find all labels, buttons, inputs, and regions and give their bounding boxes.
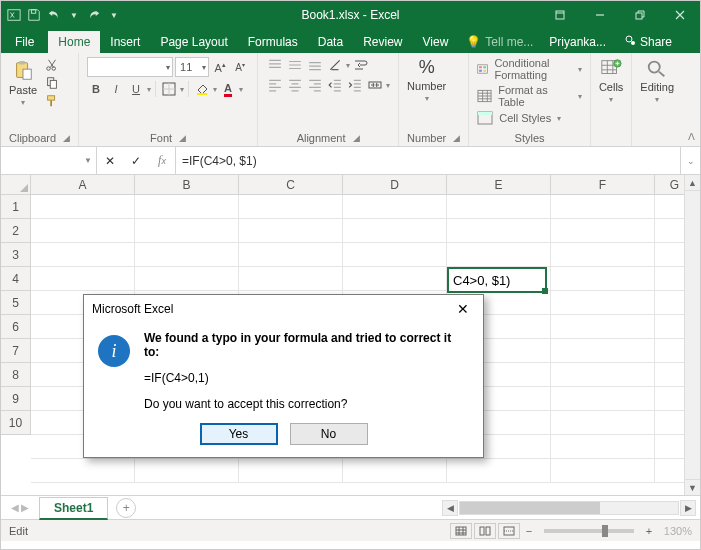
- row-header[interactable]: 9: [1, 387, 31, 411]
- signed-in-user[interactable]: Priyanka...: [541, 31, 614, 53]
- decrease-indent-button[interactable]: [326, 77, 344, 93]
- align-right-button[interactable]: [306, 77, 324, 93]
- zoom-slider-thumb[interactable]: [602, 525, 608, 537]
- column-headers[interactable]: A B C D E F G: [31, 175, 700, 195]
- expand-formula-bar-button[interactable]: ⌄: [680, 147, 700, 174]
- undo-icon[interactable]: [47, 8, 61, 22]
- editing-button[interactable]: Editing ▾: [640, 57, 674, 104]
- restore-button[interactable]: [620, 1, 660, 29]
- enter-formula-icon[interactable]: ✓: [123, 154, 149, 168]
- col-header[interactable]: A: [31, 175, 135, 195]
- horizontal-scrollbar[interactable]: [459, 501, 679, 515]
- align-left-button[interactable]: [266, 77, 284, 93]
- row-header[interactable]: 5: [1, 291, 31, 315]
- cancel-formula-icon[interactable]: ✕: [97, 154, 123, 168]
- page-break-view-button[interactable]: [498, 523, 520, 539]
- vertical-scrollbar[interactable]: ▲ ▼: [684, 175, 700, 495]
- dialog-launcher-icon[interactable]: ◢: [179, 133, 186, 143]
- active-cell-e4[interactable]: C4>0, $1): [447, 267, 547, 293]
- qat-customize-icon[interactable]: ▼: [107, 8, 121, 22]
- row-header[interactable]: 6: [1, 315, 31, 339]
- row-header[interactable]: 3: [1, 243, 31, 267]
- tab-formulas[interactable]: Formulas: [238, 31, 308, 53]
- dialog-no-button[interactable]: No: [290, 423, 368, 445]
- tab-insert[interactable]: Insert: [100, 31, 150, 53]
- tab-page-layout[interactable]: Page Layout: [150, 31, 237, 53]
- font-size-select[interactable]: 11▾: [175, 57, 209, 77]
- hscroll-thumb[interactable]: [460, 502, 600, 514]
- italic-button[interactable]: I: [107, 81, 125, 97]
- hscroll-right-button[interactable]: ▶: [680, 500, 696, 516]
- row-header[interactable]: 7: [1, 339, 31, 363]
- sheet-nav-next-icon[interactable]: ▶: [21, 502, 29, 513]
- conditional-formatting-button[interactable]: Conditional Formatting▾: [477, 57, 582, 81]
- zoom-slider[interactable]: [544, 529, 634, 533]
- formula-input[interactable]: =IF(C4>0, $1): [176, 147, 680, 174]
- tab-home[interactable]: Home: [48, 31, 100, 53]
- wrap-text-button[interactable]: [352, 57, 370, 73]
- tab-data[interactable]: Data: [308, 31, 353, 53]
- row-header[interactable]: 8: [1, 363, 31, 387]
- copy-button[interactable]: [43, 75, 61, 91]
- tell-me[interactable]: 💡Tell me...: [458, 31, 541, 53]
- fill-color-button[interactable]: [193, 81, 211, 97]
- decrease-font-button[interactable]: A▾: [231, 59, 249, 75]
- font-family-select[interactable]: ▾: [87, 57, 173, 77]
- borders-button[interactable]: [160, 81, 178, 97]
- name-box[interactable]: ▼: [1, 147, 97, 174]
- tab-view[interactable]: View: [413, 31, 459, 53]
- format-painter-button[interactable]: [43, 93, 61, 109]
- increase-font-button[interactable]: A▴: [211, 59, 229, 75]
- new-sheet-button[interactable]: +: [116, 498, 136, 518]
- bold-button[interactable]: B: [87, 81, 105, 97]
- share-button[interactable]: Share: [614, 30, 682, 53]
- row-header[interactable]: 1: [1, 195, 31, 219]
- minimize-button[interactable]: [580, 1, 620, 29]
- scroll-up-button[interactable]: ▲: [685, 175, 700, 191]
- orientation-button[interactable]: [326, 57, 344, 73]
- font-color-button[interactable]: A: [219, 81, 237, 97]
- tab-file[interactable]: File: [1, 31, 48, 53]
- dialog-launcher-icon[interactable]: ◢: [353, 133, 360, 143]
- paste-button[interactable]: Paste ▾: [9, 57, 37, 109]
- collapse-ribbon-button[interactable]: ᐱ: [682, 53, 700, 146]
- dialog-yes-button[interactable]: Yes: [200, 423, 278, 445]
- align-bottom-button[interactable]: [306, 57, 324, 73]
- normal-view-button[interactable]: [450, 523, 472, 539]
- number-format-button[interactable]: % Number ▾: [407, 57, 446, 103]
- cells-button[interactable]: Cells ▾: [599, 57, 623, 104]
- underline-button[interactable]: U: [127, 81, 145, 97]
- close-button[interactable]: [660, 1, 700, 29]
- sheet-tab-sheet1[interactable]: Sheet1: [39, 497, 108, 520]
- undo-dropdown-icon[interactable]: ▼: [67, 8, 81, 22]
- row-header[interactable]: 10: [1, 411, 31, 435]
- hscroll-left-button[interactable]: ◀: [442, 500, 458, 516]
- col-header[interactable]: E: [447, 175, 551, 195]
- ribbon-display-options-button[interactable]: [540, 1, 580, 29]
- zoom-in-button[interactable]: +: [642, 525, 656, 537]
- fx-icon[interactable]: fx: [149, 153, 175, 168]
- scroll-down-button[interactable]: ▼: [685, 479, 700, 495]
- row-header[interactable]: 4: [1, 267, 31, 291]
- zoom-out-button[interactable]: −: [522, 525, 536, 537]
- col-header[interactable]: D: [343, 175, 447, 195]
- col-header[interactable]: B: [135, 175, 239, 195]
- row-header[interactable]: 2: [1, 219, 31, 243]
- dialog-close-button[interactable]: ✕: [451, 301, 475, 317]
- align-center-button[interactable]: [286, 77, 304, 93]
- save-icon[interactable]: [27, 8, 41, 22]
- page-layout-view-button[interactable]: [474, 523, 496, 539]
- format-as-table-button[interactable]: Format as Table▾: [477, 84, 582, 108]
- row-headers[interactable]: 1 2 3 4 5 6 7 8 9 10: [1, 195, 31, 435]
- dialog-launcher-icon[interactable]: ◢: [63, 133, 70, 143]
- tab-review[interactable]: Review: [353, 31, 412, 53]
- col-header[interactable]: C: [239, 175, 343, 195]
- dialog-launcher-icon[interactable]: ◢: [453, 133, 460, 143]
- col-header[interactable]: F: [551, 175, 655, 195]
- increase-indent-button[interactable]: [346, 77, 364, 93]
- align-top-button[interactable]: [266, 57, 284, 73]
- sheet-nav-prev-icon[interactable]: ◀: [11, 502, 19, 513]
- cell-styles-button[interactable]: Cell Styles▾: [477, 111, 582, 125]
- align-middle-button[interactable]: [286, 57, 304, 73]
- zoom-percent[interactable]: 130%: [664, 525, 692, 537]
